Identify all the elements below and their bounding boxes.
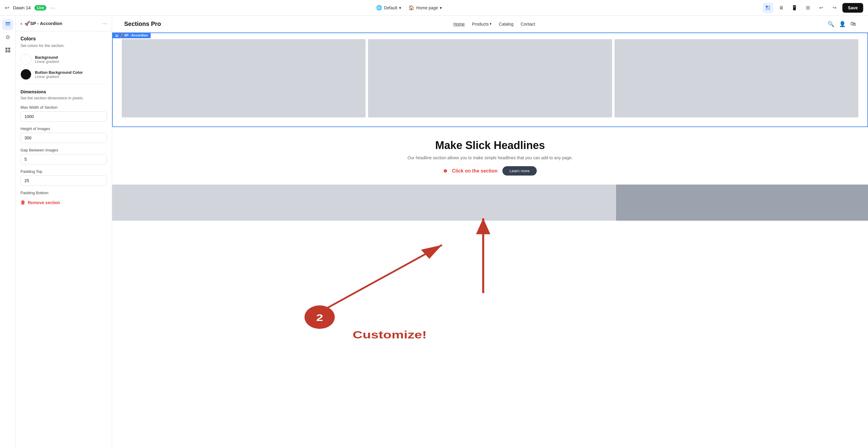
section-label-text: 🚀SP - Accordion [120,33,148,37]
undo-button[interactable]: ↩ [816,3,826,13]
products-chevron-icon: ▾ [490,22,492,26]
thumb-3 [616,184,868,221]
button-bg-label-name: Button Background Color [35,70,83,75]
headline-title: Make Slick Headlines [121,139,859,152]
left-panel: ‹ 🚀SP - Accordion ··· Colors Set colors … [16,16,112,448]
svg-rect-8 [8,47,10,50]
dimensions-title: Dimensions [21,89,107,94]
svg-rect-1 [768,6,770,7]
sidebar-item-settings[interactable]: ⚙ [2,32,13,43]
topbar: ↩ Dawn 14 Live ··· 🌐 Default ▾ 🏠 Home pa… [0,0,868,16]
headline-cta-button[interactable]: Learn more [502,166,537,175]
background-color-label: Background Linear gradient [35,55,59,64]
image-placeholder-2 [368,39,612,117]
canvas-inner: Sections Pro Home Products ▾ Catalog Con… [112,16,868,448]
topbar-dots[interactable]: ··· [50,4,55,11]
button-bg-color-circle [21,69,31,80]
select-tool-button[interactable] [763,3,773,13]
remove-section-label: Remove section [28,200,60,205]
homepage-chevron: ▾ [440,5,442,10]
headline-actions: ❶ Click on the section Learn more [121,166,859,175]
height-images-input[interactable] [21,133,107,143]
app-name: Dawn 14 [13,5,31,10]
background-color-circle [21,54,31,65]
icon-sidebar: ⚙ [0,16,16,448]
button-bg-color-label: Button Background Color Linear gradient [35,70,83,79]
nav-contact[interactable]: Contact [521,22,535,27]
svg-rect-9 [5,50,7,53]
redo-button[interactable]: ↪ [829,3,839,13]
step1-badge: ❶ [443,169,447,173]
store-nav: Home Products ▾ Catalog Contact [454,22,535,27]
topbar-right: 🖥 📱 ⊞ ↩ ↪ Save [763,3,863,13]
live-badge: Live [34,5,46,10]
thumb-1 [112,184,364,221]
svg-text:Customize!: Customize! [352,329,427,341]
topbar-left: ↩ Dawn 14 Live ··· [5,4,55,11]
background-color-item[interactable]: Background Linear gradient [21,54,107,65]
more-options-button[interactable]: ⊞ [803,3,813,13]
store-logo: Sections Pro [124,21,161,27]
svg-text:2: 2 [316,312,323,323]
svg-rect-0 [766,6,768,7]
button-bg-label-type: Linear gradient [35,75,83,79]
thumb-2 [364,184,616,221]
left-panel-header: ‹ 🚀SP - Accordion ··· [16,16,112,31]
svg-rect-2 [766,8,768,10]
button-bg-color-item[interactable]: Button Background Color Linear gradient [21,69,107,80]
back-icon[interactable]: ↩ [5,4,9,11]
nav-products[interactable]: Products [472,22,489,27]
sidebar-item-apps[interactable] [2,44,13,56]
padding-top-input[interactable] [21,175,107,186]
topbar-center: 🌐 Default ▾ 🏠 Home page ▾ [376,5,442,10]
panel-content: Colors Set colors for the section. Backg… [16,31,112,213]
svg-rect-3 [768,8,770,10]
default-label: Default [384,5,397,10]
default-selector[interactable]: 🌐 Default ▾ [376,5,401,10]
homepage-selector[interactable]: 🏠 Home page ▾ [408,5,442,10]
max-width-input[interactable] [21,111,107,122]
panel-title: 🚀SP - Accordion [24,21,62,26]
nav-catalog[interactable]: Catalog [499,22,513,27]
main-layout: ⚙ ‹ 🚀SP - Accordion ··· Colors Set color… [0,16,868,448]
nav-home[interactable]: Home [454,22,465,27]
svg-rect-4 [5,22,10,23]
colors-title: Colors [21,36,107,41]
bottom-thumbnails [112,184,868,221]
desktop-view-button[interactable]: 🖥 [776,3,786,13]
remove-section-button[interactable]: 🗑 Remove section [21,198,107,208]
cart-icon[interactable]: 🛍 [850,21,856,27]
sidebar-item-layers[interactable] [2,19,13,30]
max-width-label: Max Width of Section [21,105,107,110]
svg-rect-5 [5,24,10,25]
section-label-bar: 🗂 🚀SP - Accordion [112,33,151,38]
panel-back-button[interactable]: ‹ 🚀SP - Accordion [21,21,62,26]
nav-products-wrapper: Products ▾ [472,22,492,27]
padding-top-label: Padding Top [21,169,107,174]
click-section-text: Click on the section [452,168,498,174]
headline-subtitle: Our headline section allows you to make … [121,156,859,160]
svg-rect-7 [5,47,7,50]
image-placeholder-3 [615,39,858,117]
background-label-name: Background [35,55,59,60]
account-icon[interactable]: 👤 [839,21,846,27]
homepage-label: Home page [416,5,438,10]
height-images-label: Height of Images [21,127,107,131]
back-arrow-icon: ‹ [21,21,22,26]
selected-section[interactable] [112,33,868,127]
search-icon[interactable]: 🔍 [828,21,834,27]
panel-menu-button[interactable]: ··· [102,20,107,27]
svg-point-15 [304,305,335,329]
svg-line-14 [325,245,442,309]
image-placeholder-1 [122,39,366,117]
gap-images-input[interactable] [21,154,107,164]
trash-icon: 🗑 [21,200,25,205]
svg-rect-6 [5,25,10,26]
svg-rect-10 [8,50,10,53]
mobile-view-button[interactable]: 📱 [789,3,800,13]
canvas: Sections Pro Home Products ▾ Catalog Con… [112,16,868,448]
gap-images-label: Gap Between Images [21,148,107,152]
selected-section-wrapper: 🗂 🚀SP - Accordion [112,33,868,127]
save-button[interactable]: Save [842,3,863,13]
background-label-type: Linear gradient [35,60,59,64]
